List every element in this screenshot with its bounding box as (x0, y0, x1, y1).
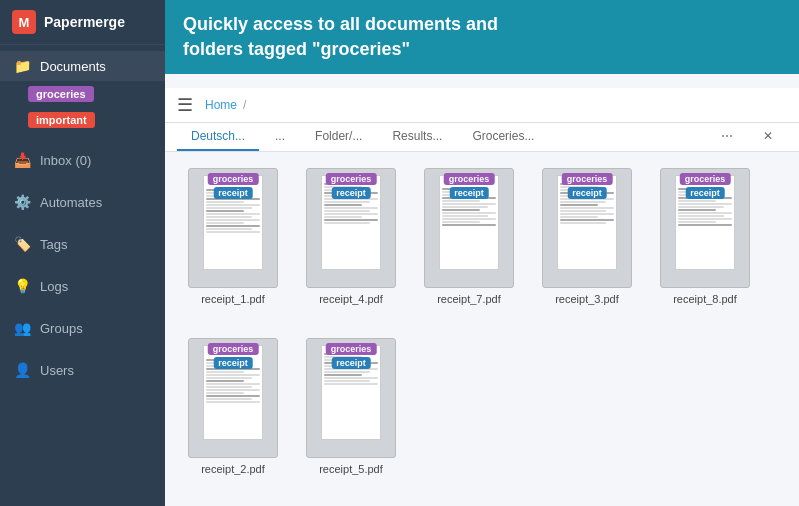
doc-tag-groceries: groceries (326, 343, 377, 355)
sidebar-logs-section: 💡 Logs (0, 265, 165, 307)
doc-name-receipt5: receipt_5.pdf (319, 463, 383, 475)
doc-thumbnail-receipt5: groceries receipt (306, 338, 396, 458)
doc-name-receipt1: receipt_1.pdf (201, 293, 265, 305)
sidebar-documents-section: 📁 Documents groceries important (0, 45, 165, 139)
tags-icon: 🏷️ (14, 236, 31, 252)
sidebar: M Papermerge 📁 Documents groceries impor… (0, 0, 165, 506)
doc-name-receipt8: receipt_8.pdf (673, 293, 737, 305)
logo-icon: M (12, 10, 36, 34)
sidebar-item-inbox[interactable]: 📥 Inbox (0) (0, 145, 165, 175)
header-bar: ☰ Home / (165, 88, 799, 123)
doc-thumbnail-receipt7: groceries receipt artist (424, 168, 514, 288)
sidebar-automates-section: ⚙️ Automates (0, 181, 165, 223)
breadcrumb-home[interactable]: Home (205, 98, 237, 112)
tab-1[interactable]: ... (261, 123, 299, 151)
doc-tag-receipt: receipt (567, 187, 607, 199)
doc-card-receipt1[interactable]: groceries receipt REWE (183, 168, 283, 320)
doc-tag-groceries: groceries (562, 173, 613, 185)
tab-close[interactable]: ✕ (749, 123, 787, 151)
doc-tag-groceries: groceries (680, 173, 731, 185)
doc-tag-groceries: groceries (208, 343, 259, 355)
doc-card-receipt3[interactable]: groceries receipt (537, 168, 637, 320)
logs-icon: 💡 (14, 278, 31, 294)
tooltip-line1: Quickly access to all documents and (183, 12, 781, 37)
doc-tags-receipt4: groceries receipt (326, 173, 377, 199)
doc-tags-receipt3: groceries receipt (562, 173, 613, 199)
sidebar-groups-section: 👥 Groups (0, 307, 165, 349)
groups-label: Groups (40, 321, 83, 336)
tab-2[interactable]: Folder/... (301, 123, 376, 151)
breadcrumb-separator: / (243, 98, 246, 112)
doc-tag-receipt: receipt (331, 187, 371, 199)
doc-name-receipt2: receipt_2.pdf (201, 463, 265, 475)
documents-label: Documents (40, 59, 106, 74)
sidebar-item-automates[interactable]: ⚙️ Automates (0, 187, 165, 217)
tags-label: Tags (40, 237, 67, 252)
doc-tags-receipt1: groceries receipt (208, 173, 259, 199)
doc-tag-groceries: groceries (444, 173, 495, 185)
groceries-tag-badge[interactable]: groceries (28, 86, 94, 102)
doc-tags-receipt2: groceries receipt (208, 343, 259, 369)
documents-grid: groceries receipt REWE (165, 152, 799, 506)
doc-tag-receipt: receipt (685, 187, 725, 199)
tab-4[interactable]: Groceries... (458, 123, 548, 151)
inbox-icon: 📥 (14, 152, 31, 168)
tab-bar: Deutsch... ... Folder/... Results... Gro… (165, 123, 799, 152)
automates-icon: ⚙️ (14, 194, 31, 210)
doc-tag-receipt: receipt (213, 357, 253, 369)
doc-name-receipt7: receipt_7.pdf (437, 293, 501, 305)
inbox-label: Inbox (0) (40, 153, 91, 168)
tab-3[interactable]: Results... (378, 123, 456, 151)
sidebar-sub-item-important[interactable]: important (0, 107, 165, 133)
sidebar-tags-section: 🏷️ Tags (0, 223, 165, 265)
app-title: Papermerge (44, 14, 125, 30)
sidebar-item-tags[interactable]: 🏷️ Tags (0, 229, 165, 259)
users-icon: 👤 (14, 362, 31, 378)
doc-card-receipt7[interactable]: groceries receipt artist (419, 168, 519, 320)
sidebar-sub-item-groceries[interactable]: groceries (0, 81, 165, 107)
sidebar-item-groups[interactable]: 👥 Groups (0, 313, 165, 343)
main-content: Quickly access to all documents and fold… (165, 0, 799, 506)
doc-card-receipt8[interactable]: groceries receipt artist (655, 168, 755, 320)
groups-icon: 👥 (14, 320, 31, 336)
automates-label: Automates (40, 195, 102, 210)
doc-tag-groceries: groceries (208, 173, 259, 185)
doc-tag-receipt: receipt (449, 187, 489, 199)
doc-thumbnail-receipt2: groceries receipt REWE (188, 338, 278, 458)
doc-thumbnail-receipt1: groceries receipt REWE (188, 168, 278, 288)
doc-card-receipt4[interactable]: groceries receipt (301, 168, 401, 320)
tab-0[interactable]: Deutsch... (177, 123, 259, 151)
doc-tag-receipt: receipt (331, 357, 371, 369)
sidebar-item-users[interactable]: 👤 Users (0, 355, 165, 385)
sidebar-item-logs[interactable]: 💡 Logs (0, 271, 165, 301)
doc-tags-receipt5: groceries receipt (326, 343, 377, 369)
sidebar-inbox-section: 📥 Inbox (0) (0, 139, 165, 181)
doc-tag-groceries: groceries (326, 173, 377, 185)
doc-tags-receipt8: groceries receipt (680, 173, 731, 199)
app-logo: M Papermerge (0, 0, 165, 45)
doc-tag-receipt: receipt (213, 187, 253, 199)
tab-more[interactable]: ⋯ (707, 123, 747, 151)
doc-thumbnail-receipt4: groceries receipt (306, 168, 396, 288)
sidebar-users-section: 👤 Users (0, 349, 165, 391)
doc-tags-receipt7: groceries receipt (444, 173, 495, 199)
important-tag-badge[interactable]: important (28, 112, 95, 128)
doc-thumbnail-receipt8: groceries receipt artist (660, 168, 750, 288)
sidebar-item-documents[interactable]: 📁 Documents (0, 51, 165, 81)
doc-card-receipt5[interactable]: groceries receipt receipt_5.p (301, 338, 401, 490)
doc-name-receipt4: receipt_4.pdf (319, 293, 383, 305)
doc-card-receipt2[interactable]: groceries receipt REWE (183, 338, 283, 490)
users-label: Users (40, 363, 74, 378)
tooltip-banner: Quickly access to all documents and fold… (165, 0, 799, 74)
doc-name-receipt3: receipt_3.pdf (555, 293, 619, 305)
folder-icon: 📁 (14, 58, 31, 74)
hamburger-icon[interactable]: ☰ (177, 94, 193, 116)
logs-label: Logs (40, 279, 68, 294)
tooltip-line2: folders tagged "groceries" (183, 37, 781, 62)
doc-thumbnail-receipt3: groceries receipt (542, 168, 632, 288)
